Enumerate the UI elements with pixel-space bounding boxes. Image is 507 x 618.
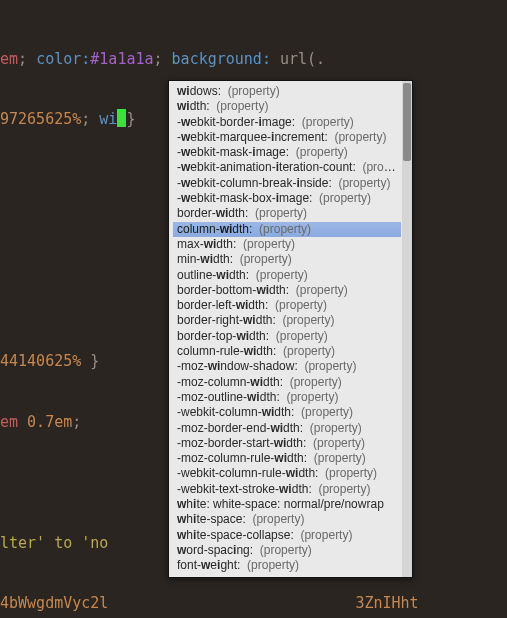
autocomplete-item[interactable]: border-bottom-width: (property) — [173, 283, 401, 298]
autocomplete-item[interactable]: -moz-outline-width: (property) — [173, 390, 401, 405]
scrollbar-thumb[interactable] — [403, 83, 411, 161]
autocomplete-item[interactable]: -webkit-mask-box-image: (property) — [173, 191, 401, 206]
autocomplete-item[interactable]: white-space: (property) — [173, 512, 401, 527]
autocomplete-item[interactable]: widows: (property) — [173, 84, 401, 99]
autocomplete-item[interactable]: max-width: (property) — [173, 237, 401, 252]
autocomplete-item[interactable]: column-width: (property) — [173, 222, 401, 237]
autocomplete-item[interactable]: -webkit-column-width: (property) — [173, 405, 401, 420]
autocomplete-item[interactable]: word-spacing: (property) — [173, 543, 401, 558]
autocomplete-item[interactable]: outline-width: (property) — [173, 268, 401, 283]
autocomplete-item[interactable]: -moz-column-width: (property) — [173, 375, 401, 390]
autocomplete-item[interactable]: -webkit-mask-image: (property) — [173, 145, 401, 160]
autocomplete-item[interactable]: -moz-border-end-width: (property) — [173, 421, 401, 436]
autocomplete-item[interactable]: -webkit-column-rule-width: (property) — [173, 466, 401, 481]
autocomplete-item[interactable]: -webkit-animation-iteration-count: (prop… — [173, 160, 401, 175]
autocomplete-item[interactable]: -webkit-column-break-inside: (property) — [173, 176, 401, 191]
autocomplete-scrollbar[interactable] — [402, 81, 412, 577]
autocomplete-item[interactable]: -moz-window-shadow: (property) — [173, 359, 401, 374]
autocomplete-item[interactable]: -moz-column-rule-width: (property) — [173, 451, 401, 466]
autocomplete-item[interactable]: column-rule-width: (property) — [173, 344, 401, 359]
autocomplete-popup[interactable]: widows: (property)width: (property)-webk… — [168, 80, 413, 578]
autocomplete-list[interactable]: widows: (property)width: (property)-webk… — [173, 84, 401, 572]
code-line: em; color:#1a1a1a; background: url(. — [0, 49, 507, 69]
autocomplete-item[interactable]: white-space-collapse: (property) — [173, 528, 401, 543]
autocomplete-item[interactable]: -moz-border-start-width: (property) — [173, 436, 401, 451]
autocomplete-item[interactable]: min-width: (property) — [173, 252, 401, 267]
autocomplete-item[interactable]: border-width: (property) — [173, 206, 401, 221]
code-editor[interactable]: em; color:#1a1a1a; background: url(. 972… — [0, 0, 507, 618]
autocomplete-item[interactable]: border-top-width: (property) — [173, 329, 401, 344]
autocomplete-item[interactable]: width: (property) — [173, 99, 401, 114]
code-line: 4bWwgdmVyc2l3ZnIHht — [0, 593, 507, 613]
autocomplete-item[interactable]: -webkit-text-stroke-width: (property) — [173, 482, 401, 497]
autocomplete-item[interactable]: -webkit-border-image: (property) — [173, 115, 401, 130]
autocomplete-item[interactable]: font-weight: (property) — [173, 558, 401, 572]
autocomplete-item[interactable]: -webkit-marquee-increment: (property) — [173, 130, 401, 145]
autocomplete-item[interactable]: border-right-width: (property) — [173, 313, 401, 328]
autocomplete-item[interactable]: white: white-space: normal/pre/nowrap — [173, 497, 401, 512]
autocomplete-item[interactable]: border-left-width: (property) — [173, 298, 401, 313]
